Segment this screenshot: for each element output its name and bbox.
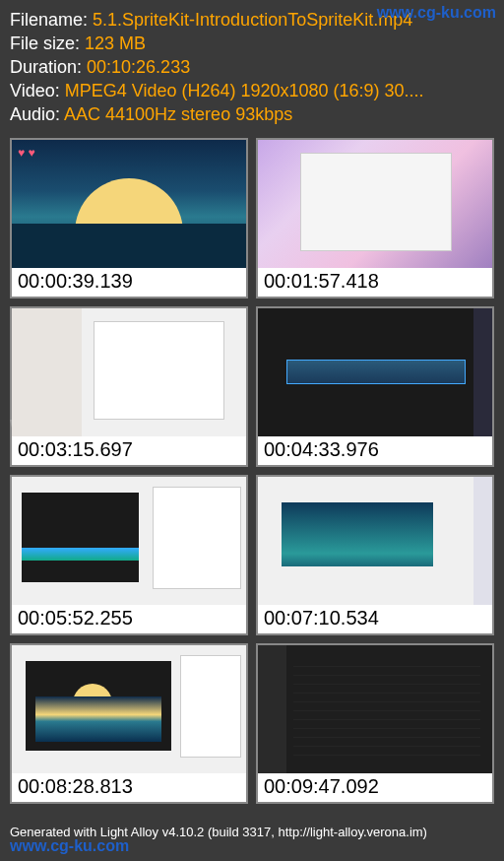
filename-value: 5.1.SpriteKit-IntroductionToSpriteKit.mp…: [93, 10, 412, 30]
thumbnail-image: [12, 308, 246, 436]
thumbnail-image: [258, 645, 492, 773]
thumbnail-cell: 00:05:52.255: [10, 475, 248, 635]
filesize-label: File size:: [10, 33, 85, 53]
thumbnail-cell: ♥ ♥ 00:00:39.139: [10, 138, 248, 298]
meta-audio: Audio: AAC 44100Hz stereo 93kbps: [10, 102, 494, 126]
thumbnail-cell: 00:07:10.534: [256, 475, 494, 635]
thumbnail-timestamp: 00:03:15.697: [12, 436, 246, 465]
filesize-value: 123 MB: [85, 33, 146, 53]
thumbnail-timestamp: 00:04:33.976: [258, 436, 492, 465]
thumbnail-cell: 00:08:28.813: [10, 643, 248, 804]
thumbnail-cell: 00:04:33.976: [256, 306, 494, 467]
thumbnail-grid: ♥ ♥ 00:00:39.139 00:01:57.418 00:03:15.6…: [0, 138, 504, 804]
thumbnail-image: [12, 645, 246, 773]
thumbnail-image: ♥ ♥: [12, 140, 246, 268]
audio-label: Audio:: [10, 104, 64, 124]
thumbnail-timestamp: 00:07:10.534: [258, 605, 492, 633]
thumbnail-timestamp: 00:05:52.255: [12, 605, 246, 633]
thumbnail-image: [258, 477, 492, 605]
audio-value: AAC 44100Hz stereo 93kbps: [64, 104, 292, 124]
watermark-top: www.cg-ku.com: [377, 4, 496, 22]
thumbnail-cell: 00:09:47.092: [256, 643, 494, 804]
thumbnail-cell: 00:03:15.697: [10, 306, 248, 467]
thumbnail-timestamp: 00:08:28.813: [12, 773, 246, 802]
thumbnail-image: [12, 477, 246, 605]
meta-duration: Duration: 00:10:26.233: [10, 55, 494, 79]
thumbnail-image: [258, 140, 492, 268]
meta-filesize: File size: 123 MB: [10, 32, 494, 55]
thumbnail-timestamp: 00:01:57.418: [258, 268, 492, 297]
filename-label: Filename:: [10, 10, 93, 30]
video-value: MPEG4 Video (H264) 1920x1080 (16:9) 30..…: [65, 81, 424, 100]
thumbnail-timestamp: 00:00:39.139: [12, 268, 246, 297]
meta-video: Video: MPEG4 Video (H264) 1920x1080 (16:…: [10, 79, 494, 102]
video-label: Video:: [10, 81, 65, 100]
thumbnail-image: [258, 308, 492, 436]
thumbnail-timestamp: 00:09:47.092: [258, 773, 492, 802]
thumbnail-cell: 00:01:57.418: [256, 138, 494, 298]
watermark-bottom: www.cg-ku.com: [10, 837, 129, 855]
duration-label: Duration:: [10, 57, 87, 77]
duration-value: 00:10:26.233: [87, 57, 190, 77]
